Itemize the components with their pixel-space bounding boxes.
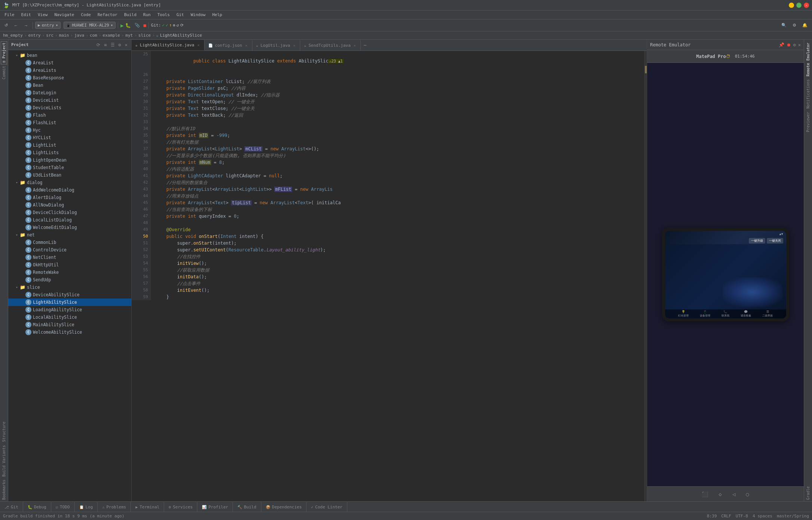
breadcrumb-entry[interactable]: entry — [28, 33, 41, 38]
minimize-button[interactable]: ─ — [789, 3, 794, 8]
tree-item-lightabilityslice[interactable]: C LightAbilitySlice — [8, 299, 131, 306]
bottom-tab-dependencies[interactable]: 📦 Dependencies — [261, 502, 307, 512]
panel-collapse-icon[interactable]: ≡ — [103, 42, 107, 48]
tab-config[interactable]: 📄 config.json ✕ — [204, 40, 252, 51]
status-crlf[interactable]: CRLF — [721, 514, 731, 519]
phone-nav-devices[interactable]: 📱 设备管理 — [700, 310, 710, 318]
panel-settings-icon[interactable]: ⚙ — [118, 42, 122, 48]
tree-item-sendudp[interactable]: C SendUdp — [8, 276, 131, 284]
tree-item-lightlist[interactable]: C LightList — [8, 141, 131, 149]
phone-btn-close[interactable]: 一键关闭 — [767, 238, 783, 244]
breadcrumb-example[interactable]: example — [103, 33, 120, 38]
tree-item-devicelist[interactable]: C DeviceList — [8, 97, 131, 104]
breadcrumb-com[interactable]: com — [90, 33, 97, 38]
tab-close-1[interactable]: ✕ — [197, 43, 200, 48]
phone-nav-lighting[interactable]: 💡 灯光管理 — [678, 310, 689, 318]
tree-item-hyclist[interactable]: C HYCList — [8, 134, 131, 141]
tree-item-localabilityslice[interactable]: C LocalAbilitySlice — [8, 313, 131, 321]
menu-build[interactable]: Build — [121, 12, 139, 18]
tree-item-lightopendean[interactable]: C LightOpenDean — [8, 156, 131, 164]
tree-folder-bean[interactable]: ▾ 📁 bean — [8, 52, 131, 59]
tree-item-controldevice[interactable]: C ControlDevice — [8, 246, 131, 254]
debug-button[interactable]: 🐛 — [125, 23, 131, 28]
settings-button[interactable]: ⚙ — [790, 22, 799, 28]
phone-nav-contact[interactable]: 📞 联系我 — [722, 310, 729, 318]
tree-item-deviceabilityslice[interactable]: C DeviceAbilitySlice — [8, 291, 131, 299]
tab-bookmarks[interactable]: Bookmarks — [1, 478, 7, 501]
emulator-record-icon[interactable]: ⏺ — [787, 42, 791, 48]
tree-folder-slice[interactable]: ▾ 📁 slice — [8, 284, 131, 291]
tree-item-commonlib[interactable]: C CommonLib — [8, 239, 131, 246]
bottom-tab-terminal[interactable]: ▶ Terminal — [131, 502, 164, 512]
tree-folder-net[interactable]: ▾ 📁 net — [8, 231, 131, 239]
tree-item-deviceclickdialog[interactable]: C DeviceClickDialog — [8, 209, 131, 216]
bottom-tab-problems[interactable]: ⚠ Problems — [98, 502, 131, 512]
tab-close-3[interactable]: ✕ — [292, 43, 296, 48]
maximize-button[interactable]: □ — [796, 3, 802, 8]
tree-item-remotewake[interactable]: C RemoteWake — [8, 269, 131, 276]
tree-item-okhttputil[interactable]: C OkHttpUtil — [8, 261, 131, 269]
bottom-tab-build[interactable]: 🔨 Build — [233, 502, 261, 512]
emulator-settings-icon[interactable]: ⚙ — [793, 42, 796, 48]
panel-close-icon[interactable]: ✕ — [124, 42, 128, 48]
tab-close-2[interactable]: ✕ — [244, 43, 248, 48]
run-button[interactable]: ▶ — [120, 22, 123, 28]
menu-help[interactable]: Help — [209, 12, 225, 18]
emu-diamond-btn[interactable]: ◇ — [717, 490, 723, 499]
tree-item-bean[interactable]: C Bean — [8, 82, 131, 89]
emu-back-btn[interactable]: ◁ — [731, 490, 737, 499]
tree-item-datelogin[interactable]: C DateLogin — [8, 89, 131, 97]
tree-item-arealists[interactable]: C AreaLists — [8, 67, 131, 74]
tab-commit[interactable]: Commit — [1, 64, 7, 81]
tab-previewer[interactable]: Previewer — [805, 110, 811, 134]
menu-git[interactable]: Git — [173, 12, 187, 18]
tab-structure[interactable]: Structure — [1, 420, 7, 443]
tree-item-hyc[interactable]: C Hyc — [8, 126, 131, 134]
panel-filter-icon[interactable]: ☰ — [110, 42, 116, 48]
status-charset[interactable]: UTF-8 — [736, 514, 748, 519]
bottom-tab-services[interactable]: ⚙ Services — [164, 502, 197, 512]
emulator-pin-icon[interactable]: 📌 — [779, 42, 784, 48]
bottom-tab-git[interactable]: ⎇ Git — [0, 502, 23, 512]
menu-window[interactable]: Window — [188, 12, 209, 18]
tab-logutil[interactable]: ☕ LogUtil.java ✕ — [252, 40, 301, 51]
emulator-close-icon[interactable]: ✕ — [798, 42, 801, 48]
tab-more-button[interactable]: ⋯ — [361, 43, 369, 48]
tree-item-allnowdialog[interactable]: C AllNowDialog — [8, 201, 131, 209]
status-line-col[interactable]: 8:39 — [707, 514, 717, 519]
forward-button[interactable]: → — [22, 22, 30, 28]
bottom-tab-profiler[interactable]: 📊 Profiler — [197, 502, 233, 512]
tab-notifications[interactable]: Notifications — [805, 78, 811, 110]
device-selector[interactable]: 📱 HUAWEI MRX-AL29 ▾ — [64, 22, 116, 29]
notifications-button[interactable]: 🔔 — [800, 22, 810, 28]
phone-btn-upgrade[interactable]: 一键升级 — [749, 238, 765, 244]
tab-close-4[interactable]: ✕ — [353, 43, 357, 48]
menu-navigate[interactable]: Navigate — [52, 12, 77, 18]
breadcrumb-slice[interactable]: slice — [138, 33, 151, 38]
tab-lightabilityslice[interactable]: ☕ LightAbilitySlice.java ✕ — [132, 40, 204, 51]
tree-item-lightlists[interactable]: C LightLists — [8, 149, 131, 156]
menu-view[interactable]: View — [35, 12, 51, 18]
emu-home-btn[interactable]: ○ — [744, 490, 750, 499]
tree-item-arealist[interactable]: C AreaList — [8, 59, 131, 67]
tree-item-welcomeabilityslice[interactable]: C WelcomeAbilitySlice — [8, 328, 131, 336]
tree-item-welcomeeditdialog[interactable]: C WelcomeEditDialog — [8, 224, 131, 231]
status-indent[interactable]: 4 spaces — [753, 514, 772, 519]
tree-item-addwelcomedialog[interactable]: C AddWelcomeDialog — [8, 186, 131, 194]
tree-item-studenttable[interactable]: C StudentTable — [8, 164, 131, 171]
menu-tools[interactable]: Tools — [154, 12, 173, 18]
bottom-tab-log[interactable]: 📋 Log — [75, 502, 98, 512]
emu-square-btn[interactable]: ⬛ — [700, 490, 710, 499]
menu-refactor[interactable]: Refactor — [95, 12, 120, 18]
code-editor[interactable]: 25 public class LightAbilitySlice extend… — [132, 51, 645, 501]
bottom-tab-codelinter[interactable]: ✓ Code Linter — [307, 502, 347, 512]
tab-remote-emulator[interactable]: Remote Emulator — [805, 41, 811, 78]
status-branch[interactable]: master/Spring — [777, 514, 809, 519]
bottom-tab-todo[interactable]: ☑ TODO — [51, 502, 75, 512]
breadcrumb-current[interactable]: LightAbilitySlice — [160, 33, 202, 38]
close-button[interactable]: ✕ — [804, 3, 809, 8]
bottom-tab-debug[interactable]: 🐛 Debug — [23, 502, 51, 512]
search-button[interactable]: 🔍 — [779, 22, 789, 28]
run-config-selector[interactable]: ▶ entry ▾ — [35, 22, 61, 29]
tree-folder-dialog[interactable]: ▾ 📁 dialog — [8, 179, 131, 186]
